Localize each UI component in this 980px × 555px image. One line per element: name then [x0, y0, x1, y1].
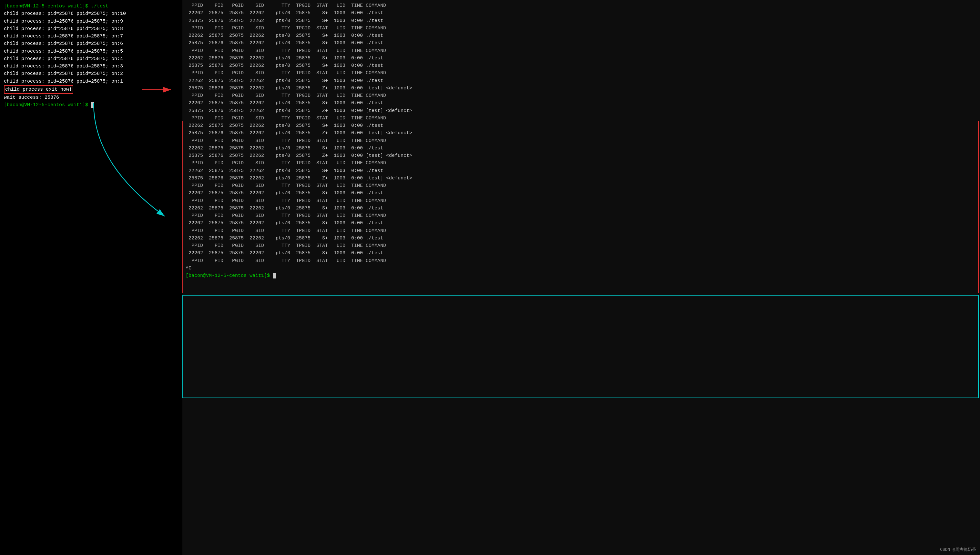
right-row-2: 25875 25876 25875 22262 pts/0 25875 S+ 1… — [186, 17, 977, 24]
right-terminal: PPID PID PGID SID TTY TPGID STAT UID TIM… — [182, 0, 980, 555]
right-row-0: PPID PID PGID SID TTY TPGID STAT UID TIM… — [186, 2, 977, 10]
right-row-16: 22262 25875 25875 22262 pts/0 25875 S+ 1… — [186, 122, 977, 129]
right-row-15: PPID PID PGID SID TTY TPGID STAT UID TIM… — [186, 115, 977, 122]
right-row-23: 25875 25876 25875 22262 pts/0 25875 Z+ 1… — [186, 175, 977, 182]
left-line-10: child process: pid=25876 ppid=25875; on:… — [4, 78, 178, 85]
right-row-5: 25875 25876 25875 22262 pts/0 25875 S+ 1… — [186, 39, 977, 47]
right-row-18: PPID PID PGID SID TTY TPGID STAT UID TIM… — [186, 137, 977, 144]
left-line-6: child process: pid=25876 ppid=25875; on:… — [4, 48, 178, 55]
right-row-26: PPID PID PGID SID TTY TPGID STAT UID TIM… — [186, 197, 977, 205]
left-line-7: child process: pid=25876 ppid=25875; on:… — [4, 55, 178, 63]
left-line-9: child process: pid=25876 ppid=25875; on:… — [4, 70, 178, 77]
right-row-31: 22262 25875 25875 22262 pts/0 25875 S+ 1… — [186, 234, 977, 242]
right-row-30: PPID PID PGID SID TTY TPGID STAT UID TIM… — [186, 227, 977, 234]
right-row-1: 22262 25875 25875 22262 pts/0 25875 S+ 1… — [186, 10, 977, 17]
left-line-3: child process: pid=25876 ppid=25875; on:… — [4, 25, 178, 32]
cyan-highlight-box — [182, 295, 979, 398]
left-line-8: child process: pid=25876 ppid=25875; on:… — [4, 63, 178, 70]
right-row-35: ^C — [186, 265, 977, 272]
right-row-9: PPID PID PGID SID TTY TPGID STAT UID TIM… — [186, 69, 977, 77]
left-line-5: child process: pid=25876 ppid=25875; on:… — [4, 40, 178, 47]
left-line-4: child process: pid=25876 ppid=25875; on:… — [4, 32, 178, 40]
right-row-19: 22262 25875 25875 22262 pts/0 25875 S+ 1… — [186, 144, 977, 152]
right-row-7: 22262 25875 25875 22262 pts/0 25875 S+ 1… — [186, 55, 977, 62]
right-row-6: PPID PID PGID SID TTY TPGID STAT UID TIM… — [186, 47, 977, 55]
right-row-13: 22262 25875 25875 22262 pts/0 25875 S+ 1… — [186, 99, 977, 107]
right-row-29: 22262 25875 25875 22262 pts/0 25875 S+ 1… — [186, 220, 977, 227]
right-row-10: 22262 25875 25875 22262 pts/0 25875 S+ 1… — [186, 77, 977, 85]
right-row-27: 22262 25875 25875 22262 pts/0 25875 S+ 1… — [186, 205, 977, 212]
right-row-4: 22262 25875 25875 22262 pts/0 25875 S+ 1… — [186, 32, 977, 39]
right-row-25: 22262 25875 25875 22262 pts/0 25875 S+ 1… — [186, 189, 977, 197]
right-row-36: [bacon@VM-12-5-centos wait1]$ — [186, 272, 977, 279]
right-row-22: 22262 25875 25875 22262 pts/0 25875 S+ 1… — [186, 167, 977, 175]
left-line-11: child process exit now! — [4, 85, 178, 94]
right-row-32: PPID PID PGID SID TTY TPGID STAT UID TIM… — [186, 242, 977, 249]
right-row-14: 25875 25876 25875 22262 pts/0 25875 Z+ 1… — [186, 107, 977, 115]
left-line-2: child process: pid=25876 ppid=25875; on:… — [4, 18, 178, 25]
left-line-0: [bacon@VM-12-5-centos wait1]$ ./test — [4, 3, 178, 10]
right-row-33: 22262 25875 25875 22262 pts/0 25875 S+ 1… — [186, 249, 977, 257]
left-terminal: [bacon@VM-12-5-centos wait1]$ ./testchil… — [0, 0, 182, 555]
right-row-3: PPID PID PGID SID TTY TPGID STAT UID TIM… — [186, 24, 977, 32]
right-row-34: PPID PID PGID SID TTY TPGID STAT UID TIM… — [186, 257, 977, 265]
left-line-1: child process: pid=25876 ppid=25875; on:… — [4, 10, 178, 18]
right-row-24: PPID PID PGID SID TTY TPGID STAT UID TIM… — [186, 182, 977, 189]
right-row-12: PPID PID PGID SID TTY TPGID STAT UID TIM… — [186, 92, 977, 99]
cyan-arrow — [55, 100, 174, 223]
right-row-20: 25875 25876 25875 22262 pts/0 25875 Z+ 1… — [186, 152, 977, 159]
right-row-17: 25875 25876 25875 22262 pts/0 25875 Z+ 1… — [186, 129, 977, 137]
right-row-21: PPID PID PGID SID TTY TPGID STAT UID TIM… — [186, 159, 977, 167]
watermark: CSDN @周杰俺奶茶 — [940, 547, 976, 552]
left-line-13: [bacon@VM-12-5-centos wait1]$ — [4, 101, 178, 109]
left-line-12: wait success: 25876 — [4, 94, 178, 101]
right-row-28: PPID PID PGID SID TTY TPGID STAT UID TIM… — [186, 212, 977, 220]
right-row-11: 25875 25876 25875 22262 pts/0 25875 Z+ 1… — [186, 85, 977, 92]
right-row-8: 25875 25876 25875 22262 pts/0 25875 S+ 1… — [186, 62, 977, 69]
